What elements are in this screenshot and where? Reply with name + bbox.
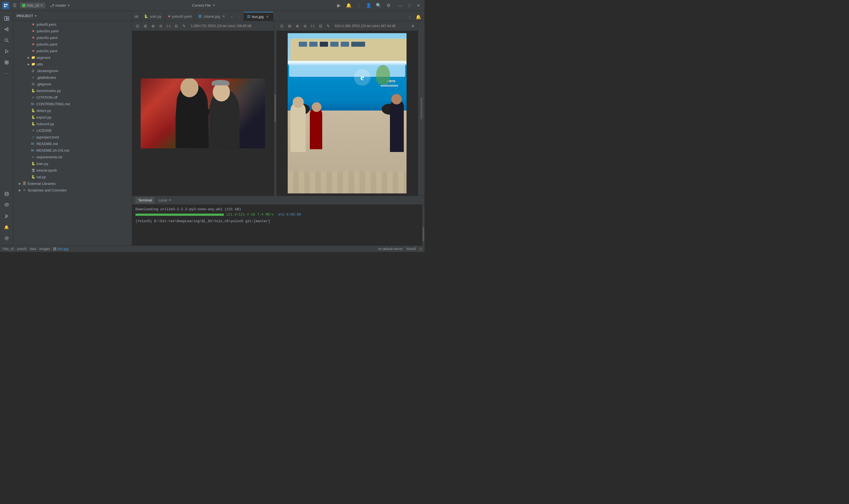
tree-item-yolov5m-yaml[interactable]: ■ yolov5m.yaml	[13, 28, 132, 34]
bus-panel-scroll-icon[interactable]: ⊗	[410, 23, 416, 29]
run-button[interactable]: ▶	[335, 2, 343, 10]
activity-notifications-icon[interactable]: 🔔	[2, 222, 12, 232]
zoom-out-button-right[interactable]: ⊖	[302, 23, 308, 29]
tree-item-hubconf-py[interactable]: 🐍 hubconf.py	[13, 121, 132, 127]
terminal-download-text: Downloading urllib3-2.2.2-py3-none-any.w…	[136, 208, 241, 211]
status-right: no default server Yolov5 ⚠	[378, 247, 422, 251]
sidebar-tree[interactable]: ■ yolov5l.yaml ■ yolov5m.yaml ■ yolov5n.…	[13, 21, 132, 245]
user-account-button[interactable]: 👤	[365, 2, 373, 10]
project-selector[interactable]: Yolo_v5 ▼	[20, 2, 45, 8]
fit-window-button-right[interactable]: ⊡	[278, 23, 285, 29]
bus-tab-close-button[interactable]: ✕	[265, 14, 270, 19]
tree-item-val-py[interactable]: 🐍 val.py	[13, 174, 132, 180]
edit-image-button-right[interactable]: ✎	[325, 23, 332, 29]
ide-settings-button[interactable]: ⚙	[385, 2, 393, 10]
tab-yolo-py[interactable]: 🐍 yolo.py	[141, 12, 165, 21]
tree-item-pyproject-toml[interactable]: □ pyproject.toml	[13, 134, 132, 140]
branch-selector[interactable]: ⎇ master ▼	[48, 2, 72, 8]
zoom-to-fit-button-right[interactable]: ⊟	[317, 23, 324, 29]
zoom-out-button[interactable]: ⊖	[158, 23, 164, 29]
tree-item-yolov5s-yaml[interactable]: ■ yolov5s.yaml	[13, 41, 132, 48]
activity-more-icon[interactable]: ···	[2, 69, 12, 78]
breadcrumb-data[interactable]: data	[30, 247, 36, 251]
zoom-in-button[interactable]: ⊕	[150, 23, 157, 29]
zidane-tab-more-button[interactable]: ⌄	[228, 13, 235, 20]
tab-nb[interactable]: nb	[132, 12, 141, 21]
status-env-info[interactable]: Yolov5	[406, 247, 416, 251]
activity-plugins-icon[interactable]	[2, 57, 12, 68]
tree-item-export-py[interactable]: 🐍 export.py	[13, 114, 132, 121]
tree-item-yolov5n-yaml[interactable]: ■ yolov5n.yaml	[13, 34, 132, 41]
tree-item-external-libs[interactable]: ▶ 🗄 External Libraries	[13, 180, 132, 187]
tabs-more-button[interactable]: ⋮	[406, 13, 413, 21]
zidane-tab-close-button[interactable]: ✕	[222, 14, 226, 19]
tree-item-gitattributes[interactable]: ≡ .gitattributes	[13, 74, 132, 81]
tree-item-segment-folder[interactable]: ▶ 📁 segment	[13, 54, 132, 61]
terminal-scrollbar-thumb[interactable]	[422, 227, 424, 241]
tree-item-readme-zh-md[interactable]: M↓ README.zh-CN.md	[13, 147, 132, 154]
zidane-image-display	[141, 78, 265, 148]
tab-yolov5l-yaml[interactable]: ■ yolov5l.yaml	[165, 12, 195, 21]
actual-size-button-right[interactable]: 1:1	[309, 23, 316, 29]
breadcrumb-project[interactable]: Yolo_v5	[2, 247, 14, 251]
close-button[interactable]: ✕	[415, 2, 422, 10]
activity-run-icon[interactable]	[2, 47, 12, 56]
terminal-tab-main[interactable]: Terminal	[136, 197, 155, 204]
tree-item-contributing-md[interactable]: M↓ CONTRIBUTING.md	[13, 101, 132, 107]
search-everywhere-button[interactable]: 🔍	[375, 2, 382, 10]
tree-item-utils-folder[interactable]: ▶ 📁 utils	[13, 61, 132, 68]
notification-icon[interactable]: 🔔	[415, 13, 422, 21]
tree-item-yolov5x-yaml[interactable]: ■ yolov5x.yaml	[13, 48, 132, 54]
tree-item-yolov5l-yaml[interactable]: ■ yolov5l.yaml	[13, 21, 132, 28]
tab-zidane-jpg[interactable]: 🖼 zidane.jpg ✕ ⌄ ⋮	[195, 12, 243, 21]
fit-width-button-right[interactable]: ⊞	[286, 23, 293, 29]
branch-name: master	[55, 3, 66, 7]
actual-size-button[interactable]: 1:1	[165, 23, 172, 29]
zoom-to-fit-button[interactable]: ⊟	[173, 23, 180, 29]
activity-terminal-run-icon[interactable]	[2, 211, 12, 221]
fit-width-button[interactable]: ⊞	[142, 23, 149, 29]
breadcrumb-busjpg[interactable]: bus.jpg	[57, 247, 68, 251]
breadcrumb-yolov5[interactable]: yolov5	[17, 247, 27, 251]
tab-bus-jpg[interactable]: 🖼 bus.jpg ✕	[244, 12, 273, 21]
breadcrumb-images[interactable]: images	[39, 247, 50, 251]
tree-item-readme-md[interactable]: M↓ README.md	[13, 140, 132, 147]
zoom-in-button-right[interactable]: ⊕	[294, 23, 301, 29]
activity-git-icon[interactable]	[2, 24, 12, 34]
zidane-image-info: 1,280×720 JPEG (24-bit color) 168.95 kB	[191, 24, 252, 28]
status-server-info[interactable]: no default server	[378, 247, 403, 251]
tree-item-benchmarks-py[interactable]: 🐍 benchmarks.py	[13, 87, 132, 94]
activity-settings-icon[interactable]	[2, 233, 12, 243]
tab-yolo-py-label: yolo.py	[150, 14, 161, 19]
title-bar-actions: ▶ 🔔 ⋮ 👤 🔍 ⚙	[335, 2, 393, 10]
edit-image-button[interactable]: ✎	[181, 23, 187, 29]
svg-rect-3	[6, 6, 7, 7]
terminal-scrollbar-track	[422, 205, 424, 245]
tree-item-detect-py[interactable]: 🐍 detect.py	[13, 107, 132, 114]
hamburger-menu-button[interactable]: ☰	[12, 2, 18, 9]
tree-item-dockerignore[interactable]: ⊘ .dockerignore	[13, 68, 132, 74]
notebook-file-icon: 📓	[31, 168, 35, 173]
activity-layers-icon[interactable]	[2, 200, 12, 210]
notification-bell-button[interactable]: 🔔	[345, 2, 353, 10]
breadcrumb-file-icon: 🖼	[53, 247, 56, 251]
svg-rect-16	[7, 61, 8, 62]
more-options-button[interactable]: ⋮	[355, 2, 363, 10]
activity-project-icon[interactable]	[2, 13, 12, 23]
tree-item-requirements-txt[interactable]: ≡ requirements.txt	[13, 154, 132, 160]
svg-point-19	[5, 192, 8, 194]
activity-search-icon[interactable]	[2, 35, 12, 45]
terminal-content[interactable]: Downloading urllib3-2.2.2-py3-none-any.w…	[132, 205, 424, 245]
activity-database-icon[interactable]	[2, 189, 12, 199]
tree-item-license[interactable]: ≡ LICENSE	[13, 127, 132, 134]
fit-window-button[interactable]: ⊡	[134, 23, 141, 29]
minimize-button[interactable]: —	[397, 2, 404, 10]
tree-item-scratches[interactable]: ▶ ≡ Scratches and Consoles	[13, 187, 132, 194]
tree-item-citation-cff[interactable]: ≡ CITATION.cff	[13, 94, 132, 101]
tree-item-gitignore[interactable]: ⊘ .gitignore	[13, 81, 132, 87]
terminal-tab-close-button[interactable]: ✕	[168, 198, 171, 202]
tree-item-train-py[interactable]: 🐍 train.py	[13, 160, 132, 167]
terminal-tab-local[interactable]: Local ✕	[156, 197, 174, 204]
tree-item-tutorial-ipynb[interactable]: 📓 tutorial.ipynb	[13, 167, 132, 174]
maximize-button[interactable]: □	[406, 2, 413, 10]
